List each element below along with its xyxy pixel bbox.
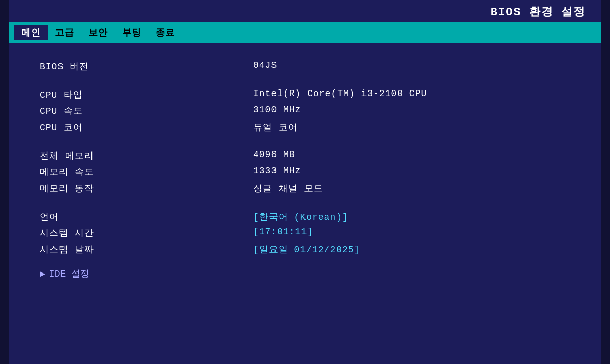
system-date-label: 시스템 날짜 (40, 243, 253, 255)
right-panel (601, 0, 610, 364)
bios-version-value: 04JS (253, 60, 277, 72)
bios-title: BIOS 환경 설정 (491, 6, 586, 19)
memory-mode-label: 메모리 동작 (40, 182, 253, 194)
cpu-core-value: 듀얼 코어 (253, 121, 298, 133)
menu-item-security[interactable]: 보안 (81, 25, 115, 40)
menu-item-main[interactable]: 메인 (14, 25, 48, 40)
language-row: 언어 [한국어 (Korean)] (40, 208, 570, 225)
memory-speed-row: 메모리 속도 1333 MHz (40, 164, 570, 180)
ide-setting-label: IDE 설정 (49, 267, 89, 280)
cpu-core-row: CPU 코어 듀얼 코어 (40, 119, 570, 135)
bios-version-label: BIOS 버전 (40, 60, 253, 72)
menu-item-exit[interactable]: 종료 (148, 25, 182, 40)
menu-label-advanced: 고급 (55, 28, 74, 38)
screen-wrapper: BIOS 환경 설정 메인 고급 보안 부팅 종료 (0, 0, 610, 364)
menu-bar: 메인 고급 보안 부팅 종료 (9, 22, 601, 43)
menu-item-advanced[interactable]: 고급 (48, 25, 81, 40)
memory-mode-row: 메모리 동작 싱글 채널 모드 (40, 180, 570, 196)
ide-setting-row[interactable]: ▶ IDE 설정 (40, 267, 570, 280)
cpu-type-value: Intel(R) Core(TM) i3-2100 CPU (253, 88, 427, 101)
center-screen: BIOS 환경 설정 메인 고급 보안 부팅 종료 (9, 0, 601, 364)
cpu-type-row: CPU 타입 Intel(R) Core(TM) i3-2100 CPU (40, 86, 570, 103)
system-time-label: 시스템 시간 (40, 227, 253, 239)
cpu-type-label: CPU 타입 (40, 88, 253, 101)
menu-label-main: 메인 (21, 28, 41, 38)
language-value[interactable]: [한국어 (Korean)] (253, 210, 348, 223)
info-table: BIOS 버전 04JS CPU 타입 Intel(R) Core(TM) i3… (40, 58, 570, 280)
menu-item-boot[interactable]: 부팅 (115, 25, 148, 40)
system-time-value[interactable]: [17:01:11] (253, 227, 313, 239)
menu-label-boot: 부팅 (122, 28, 141, 38)
menu-label-exit: 종료 (156, 28, 175, 38)
total-memory-label: 전체 메모리 (40, 149, 253, 162)
bios-version-row: BIOS 버전 04JS (40, 58, 570, 74)
memory-mode-value: 싱글 채널 모드 (253, 182, 323, 194)
cpu-speed-row: CPU 속도 3100 MHz (40, 103, 570, 119)
memory-speed-label: 메모리 속도 (40, 166, 253, 178)
menu-label-security: 보안 (88, 28, 108, 38)
cpu-speed-value: 3100 MHz (253, 105, 301, 117)
system-date-value[interactable]: [일요일 01/12/2025] (253, 243, 360, 255)
cpu-speed-label: CPU 속도 (40, 105, 253, 117)
main-content: BIOS 버전 04JS CPU 타입 Intel(R) Core(TM) i3… (9, 43, 601, 364)
total-memory-row: 전체 메모리 4096 MB (40, 147, 570, 164)
gap-3 (40, 196, 570, 208)
memory-speed-value: 1333 MHz (253, 166, 301, 178)
total-memory-value: 4096 MB (253, 149, 295, 162)
ide-arrow-icon: ▶ (40, 268, 45, 279)
left-panel (0, 0, 9, 364)
title-bar: BIOS 환경 설정 (9, 0, 601, 22)
language-label: 언어 (40, 210, 253, 223)
gap-2 (40, 135, 570, 147)
gap-1 (40, 74, 570, 86)
system-date-row: 시스템 날짜 [일요일 01/12/2025] (40, 241, 570, 257)
system-time-row: 시스템 시간 [17:01:11] (40, 225, 570, 241)
cpu-core-label: CPU 코어 (40, 121, 253, 133)
